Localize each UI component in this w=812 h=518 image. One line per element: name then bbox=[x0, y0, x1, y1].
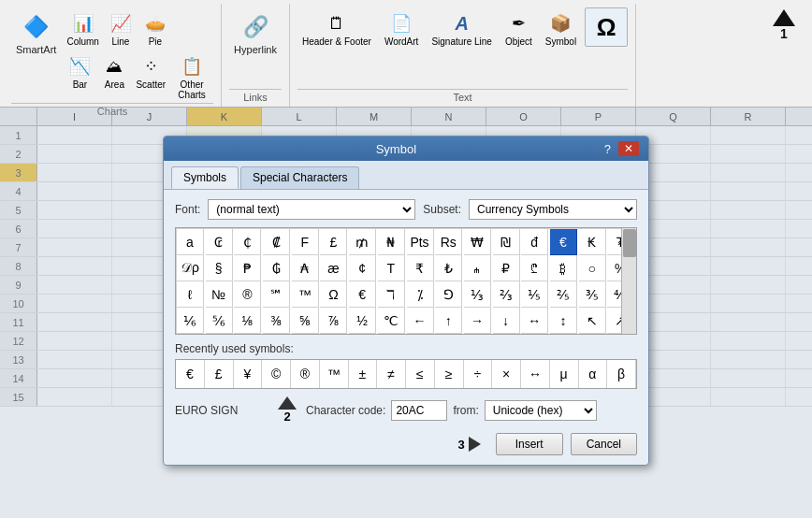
recent-symbol-cell[interactable]: β bbox=[607, 360, 636, 388]
recent-symbol-cell[interactable]: € bbox=[176, 360, 205, 388]
cancel-button[interactable]: Cancel bbox=[571, 433, 637, 455]
symbol-cell[interactable]: ○ bbox=[579, 255, 606, 281]
symbol-cell[interactable]: ½ bbox=[349, 308, 376, 334]
pie-button[interactable]: 🥧 Pie bbox=[138, 7, 172, 50]
recent-symbol-cell[interactable]: ¥ bbox=[234, 360, 263, 388]
symbol-cell[interactable]: ₺ bbox=[435, 255, 462, 281]
recent-symbol-cell[interactable]: ® bbox=[291, 360, 320, 388]
symbol-cell[interactable]: Pts bbox=[407, 229, 434, 255]
symbol-cell[interactable]: ₿ bbox=[550, 255, 577, 281]
symbol-cell[interactable]: ← bbox=[407, 308, 434, 334]
wordart-button[interactable]: A Signature Line bbox=[427, 7, 497, 50]
recent-symbol-cell[interactable]: α bbox=[579, 360, 608, 388]
symbol-cell[interactable]: ₱ bbox=[234, 255, 261, 281]
recent-symbol-cell[interactable]: ≤ bbox=[406, 360, 435, 388]
subset-select[interactable]: Currency Symbols bbox=[469, 199, 637, 220]
symbol-cell[interactable]: ℓ bbox=[177, 281, 204, 308]
bar-button[interactable]: 📉 Bar bbox=[63, 50, 96, 103]
recent-symbol-cell[interactable]: ± bbox=[349, 360, 378, 388]
symbol-cell[interactable]: æ bbox=[320, 255, 347, 281]
scrollbar-thumb[interactable] bbox=[623, 229, 636, 257]
scatter-button[interactable]: ⁘ Scatter bbox=[132, 50, 169, 103]
symbol-cell[interactable]: ⅜ bbox=[263, 308, 290, 334]
tab-special-characters[interactable]: Special Characters bbox=[240, 166, 359, 189]
symbol-cell[interactable]: ⅞ bbox=[320, 308, 347, 334]
symbol-cell[interactable]: ↑ bbox=[435, 308, 462, 334]
recent-symbol-cell[interactable]: ≠ bbox=[377, 360, 406, 388]
symbol-cell[interactable]: T bbox=[378, 255, 405, 281]
symbol-cell[interactable]: ₢ bbox=[206, 229, 233, 255]
recent-symbol-cell[interactable]: ÷ bbox=[464, 360, 493, 388]
from-select[interactable]: Unicode (hex) ASCII (decimal) ASCII (hex… bbox=[485, 400, 597, 421]
header-footer-button[interactable]: 📄 WordArt bbox=[380, 7, 424, 50]
recent-symbol-cell[interactable]: μ bbox=[550, 360, 579, 388]
symbol-cell[interactable]: ® bbox=[234, 281, 261, 308]
symbol-cell[interactable]: € bbox=[550, 229, 577, 255]
symbol-cell[interactable]: ₭ bbox=[579, 229, 606, 255]
recent-symbol-cell[interactable]: ↔ bbox=[521, 360, 550, 388]
smartart-button[interactable]: 🔷 SmartArt bbox=[11, 7, 61, 59]
dialog-help-button[interactable]: ? bbox=[601, 141, 615, 156]
symbol-cell[interactable]: F bbox=[292, 229, 319, 255]
symbol-cell[interactable]: ↓ bbox=[493, 308, 520, 334]
symbol-cell[interactable]: ↖ bbox=[579, 308, 606, 334]
symbol-cell[interactable]: ¢ bbox=[349, 255, 376, 281]
char-code-input[interactable] bbox=[391, 400, 447, 421]
symbol-cell[interactable]: ⅓ bbox=[464, 281, 491, 308]
line-button[interactable]: 📈 Line bbox=[104, 7, 138, 50]
symbol-cell[interactable]: ⅝ bbox=[292, 308, 319, 334]
symbol-cell[interactable]: ₲ bbox=[263, 255, 290, 281]
symbol-cell[interactable]: ₩ bbox=[464, 229, 491, 255]
recent-symbol-cell[interactable]: ™ bbox=[320, 360, 349, 388]
symbol-cell[interactable]: → bbox=[464, 308, 491, 334]
symbol-cell[interactable]: ⅛ bbox=[234, 308, 261, 334]
symbol-cell[interactable]: £ bbox=[320, 229, 347, 255]
symbol-cell[interactable]: ⁒ bbox=[407, 281, 434, 308]
object-button[interactable]: 📦 Symbol bbox=[541, 7, 581, 50]
symbol-cell[interactable]: § bbox=[206, 255, 233, 281]
symbol-cell[interactable]: ⅁ bbox=[435, 281, 462, 308]
symbol-cell[interactable]: ⅚ bbox=[206, 308, 233, 334]
symbol-cell[interactable]: ⅕ bbox=[521, 281, 548, 308]
symbol-cell[interactable]: ₪ bbox=[493, 229, 520, 255]
symbol-cell[interactable]: ₹ bbox=[407, 255, 434, 281]
symbol-cell[interactable]: ℠ bbox=[263, 281, 290, 308]
symbol-cell[interactable]: ₾ bbox=[521, 255, 548, 281]
symbol-cell[interactable]: ⅗ bbox=[579, 281, 606, 308]
symbol-cell[interactable]: ₥ bbox=[349, 229, 376, 255]
hyperlink-button[interactable]: 🔗 Hyperlink bbox=[229, 7, 282, 59]
recent-symbol-cell[interactable]: ≥ bbox=[435, 360, 464, 388]
symbol-cell[interactable]: Rs bbox=[435, 229, 462, 255]
symbol-scrollbar[interactable] bbox=[621, 228, 636, 334]
symbol-cell[interactable]: đ bbox=[521, 229, 548, 255]
symbol-cell[interactable]: ⅔ bbox=[493, 281, 520, 308]
symbol-cell[interactable]: € bbox=[349, 281, 376, 308]
text-box-button[interactable]: 🗒 Header & Footer bbox=[297, 7, 376, 50]
symbol-cell[interactable]: ⅙ bbox=[177, 308, 204, 334]
symbol-cell[interactable]: ™ bbox=[292, 281, 319, 308]
other-charts-button[interactable]: 📋 Other Charts bbox=[170, 50, 213, 103]
symbol-cell[interactable]: ℃ bbox=[378, 308, 405, 334]
symbol-cell[interactable]: ₦ bbox=[378, 229, 405, 255]
symbol-cell[interactable]: ₼ bbox=[464, 255, 491, 281]
symbol-cell[interactable]: ⅖ bbox=[550, 281, 577, 308]
symbol-cell[interactable]: a bbox=[177, 229, 204, 255]
symbol-cell[interactable]: ℸ bbox=[378, 281, 405, 308]
symbol-cell[interactable]: ↕ bbox=[550, 308, 577, 334]
column-button[interactable]: 📊 Column bbox=[63, 7, 102, 50]
recent-symbol-cell[interactable]: × bbox=[492, 360, 521, 388]
area-button[interactable]: ⛰ Area bbox=[97, 50, 131, 103]
tab-symbols[interactable]: Symbols bbox=[171, 166, 239, 189]
symbol-cell[interactable]: Ω bbox=[320, 281, 347, 308]
recent-symbol-cell[interactable]: £ bbox=[205, 360, 234, 388]
symbol-cell[interactable]: ₽ bbox=[493, 255, 520, 281]
symbol-cell[interactable]: ₡ bbox=[263, 229, 290, 255]
signature-line-button[interactable]: ✒ Object bbox=[500, 7, 537, 50]
symbol-cell[interactable]: № bbox=[206, 281, 233, 308]
symbol-cell[interactable]: 𝒟ρ bbox=[177, 255, 204, 281]
insert-button[interactable]: Insert bbox=[496, 433, 563, 455]
symbol-cell[interactable]: ↔ bbox=[521, 308, 548, 334]
font-select[interactable]: (normal text) bbox=[208, 199, 415, 220]
symbol-cell[interactable]: ₵ bbox=[234, 229, 261, 255]
symbol-button[interactable]: Ω bbox=[585, 7, 628, 47]
